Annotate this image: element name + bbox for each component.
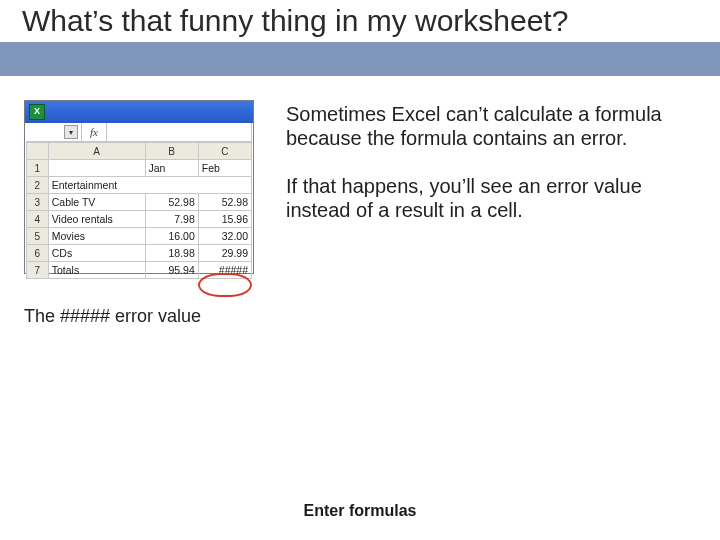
table-row: 5 Movies 16.00 32.00 [27, 228, 252, 245]
table-row: 6 CDs 18.98 29.99 [27, 245, 252, 262]
paragraph: If that happens, you’ll see an error val… [286, 174, 686, 222]
excel-screenshot: X ▾ fx A B [24, 100, 254, 274]
cell: 52.98 [145, 194, 198, 211]
cell: 16.00 [145, 228, 198, 245]
slide-footer: Enter formulas [0, 502, 720, 520]
cell: Cable TV [48, 194, 145, 211]
col-header-A: A [48, 143, 145, 160]
window-titlebar: X [25, 101, 253, 123]
row-header: 3 [27, 194, 49, 211]
cell: Feb [198, 160, 251, 177]
cell: Jan [145, 160, 198, 177]
cell: 52.98 [198, 194, 251, 211]
formula-bar: ▾ fx [26, 123, 252, 142]
paragraph: Sometimes Excel can’t calculate a formul… [286, 102, 686, 150]
title-band [0, 42, 720, 76]
table-row: 4 Video rentals 7.98 15.96 [27, 211, 252, 228]
row-header: 2 [27, 177, 49, 194]
col-header-C: C [198, 143, 251, 160]
col-header-B: B [145, 143, 198, 160]
cell: 95.94 [145, 262, 198, 279]
row-header: 1 [27, 160, 49, 177]
cell: CDs [48, 245, 145, 262]
table-row: 7 Totals 95.94 ##### [27, 262, 252, 279]
table-row: 3 Cable TV 52.98 52.98 [27, 194, 252, 211]
cell: 32.00 [198, 228, 251, 245]
table-row: 2 Entertainment [27, 177, 252, 194]
cell: 29.99 [198, 245, 251, 262]
cell: Totals [48, 262, 145, 279]
table-row: 1 Jan Feb [27, 160, 252, 177]
name-box-dropdown-icon: ▾ [64, 125, 78, 139]
formula-input [107, 123, 252, 141]
row-header: 7 [27, 262, 49, 279]
spreadsheet-grid: A B C 1 Jan Feb 2 Entertainment 3 Cable … [26, 142, 252, 279]
cell-error: ##### [198, 262, 251, 279]
cell: 15.96 [198, 211, 251, 228]
body-copy: Sometimes Excel can’t calculate a formul… [286, 102, 686, 246]
excel-app-icon: X [29, 104, 45, 120]
cell [48, 160, 145, 177]
cell: Entertainment [48, 177, 251, 194]
slide-title: What’s that funny thing in my worksheet? [22, 4, 568, 38]
cell: Video rentals [48, 211, 145, 228]
column-header-row: A B C [27, 143, 252, 160]
excel-client-area: ▾ fx A B C 1 [26, 123, 252, 272]
row-header: 4 [27, 211, 49, 228]
fx-icon: fx [82, 123, 107, 141]
slide: What’s that funny thing in my worksheet?… [0, 0, 720, 540]
cell: 7.98 [145, 211, 198, 228]
row-header: 6 [27, 245, 49, 262]
name-box: ▾ [26, 123, 82, 141]
select-all-corner [27, 143, 49, 160]
cell: Movies [48, 228, 145, 245]
cell: 18.98 [145, 245, 198, 262]
screenshot-caption: The ##### error value [24, 306, 201, 327]
row-header: 5 [27, 228, 49, 245]
